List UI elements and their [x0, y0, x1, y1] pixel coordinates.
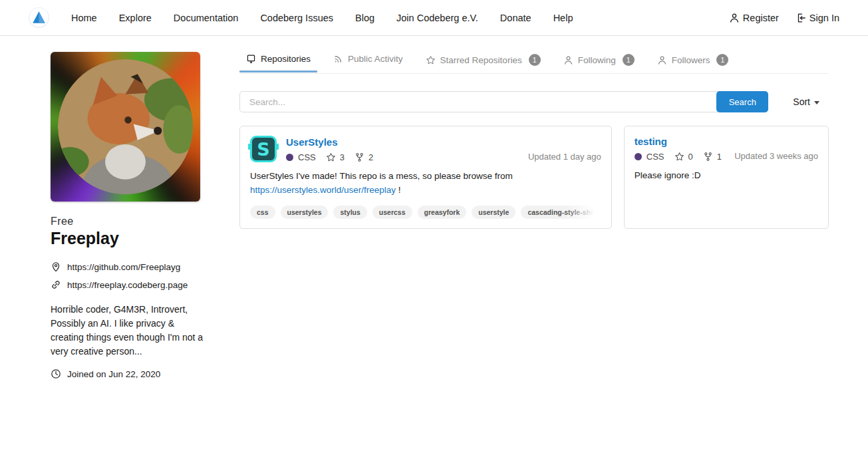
tab-following-label: Following: [578, 55, 616, 65]
profile-joined-text: Joined on Jun 22, 2020: [67, 369, 160, 379]
tab-starred-repositories[interactable]: Starred Repositories 1: [419, 52, 547, 73]
sign-in-icon: [796, 13, 806, 23]
star-icon: [674, 152, 684, 162]
profile-tabs: Repositories Public Activity Starred Rep…: [239, 52, 829, 74]
following-count-badge: 1: [623, 54, 635, 66]
tab-repositories-label: Repositories: [261, 54, 311, 64]
fox-avatar-photo: [58, 59, 193, 194]
register-label: Register: [743, 13, 779, 23]
fork-count-value: 1: [717, 152, 722, 162]
fork-count-value: 2: [368, 152, 373, 162]
profile-website-row: https://freeplay.codeberg.page: [51, 279, 205, 290]
rss-icon: [333, 54, 343, 64]
description-link[interactable]: https://userstyles.world/user/freeplay: [250, 185, 396, 195]
register-link[interactable]: Register: [729, 13, 779, 23]
topic-chip[interactable]: userstyle: [472, 206, 515, 219]
repo-card-list: S UserStyles CSS 3: [239, 126, 829, 229]
tab-public-activity-label: Public Activity: [348, 54, 403, 64]
nav-link-help[interactable]: Help: [553, 13, 573, 23]
tab-followers[interactable]: Followers 1: [651, 52, 736, 73]
star-count-value: 3: [340, 152, 345, 162]
repo-description: Please ignore :D: [635, 169, 818, 183]
sort-dropdown[interactable]: Sort: [793, 96, 819, 107]
location-pin-icon: [51, 261, 61, 272]
repo-name-link[interactable]: testing: [635, 136, 722, 147]
tab-following[interactable]: Following 1: [557, 52, 641, 73]
language-dot: [286, 154, 293, 161]
page-content: Free Freeplay https://github.com/Freepla…: [0, 36, 868, 379]
nav-links: Home Explore Documentation Codeberg Issu…: [71, 13, 573, 23]
nav-auth-area: Register Sign In: [729, 13, 839, 23]
topic-chip[interactable]: userstyles: [281, 206, 329, 219]
language-label: CSS: [298, 152, 316, 162]
description-text-tail: !: [396, 185, 401, 195]
repo-title-stack: UserStyles CSS 3: [286, 136, 373, 162]
starred-count-badge: 1: [529, 54, 541, 66]
search-input[interactable]: [239, 91, 768, 112]
profile-meta-list: https://github.com/Freeplayg https://fre…: [51, 261, 205, 290]
fork-icon: [703, 152, 713, 162]
fork-icon: [355, 152, 364, 162]
star-icon: [426, 55, 436, 65]
repo-topics: css userstyles stylus usercss greasyfork…: [250, 206, 601, 219]
user-avatar[interactable]: [51, 52, 200, 202]
main-panel: Repositories Public Activity Starred Rep…: [239, 52, 829, 229]
language-dot: [635, 153, 642, 160]
profile-full-name: Free: [51, 216, 205, 228]
topic-chip[interactable]: css: [250, 206, 275, 219]
search-button[interactable]: Search: [716, 91, 768, 112]
profile-username: Freeplay: [51, 229, 205, 248]
language-label: CSS: [647, 152, 664, 162]
sort-label: Sort: [793, 96, 810, 107]
chevron-down-icon: [814, 101, 819, 104]
topic-chip[interactable]: greasyfork: [418, 206, 467, 219]
fork-count[interactable]: 2: [355, 152, 373, 162]
person-icon: [729, 13, 740, 23]
tab-public-activity[interactable]: Public Activity: [327, 52, 410, 71]
search-box: Search: [239, 91, 768, 112]
card-head: testing CSS 0: [635, 136, 818, 162]
profile-location-text: https://github.com/Freeplayg: [67, 262, 180, 272]
repo-title-stack: testing CSS 0: [635, 136, 722, 162]
nav-link-join-codeberg[interactable]: Join Codeberg e.V.: [396, 13, 478, 23]
nav-link-explore[interactable]: Explore: [119, 13, 152, 23]
link-icon: [51, 279, 61, 290]
repo-meta-row: CSS 0: [635, 152, 722, 162]
sign-in-link[interactable]: Sign In: [796, 13, 839, 23]
nav-link-blog[interactable]: Blog: [355, 13, 374, 23]
tab-followers-label: Followers: [672, 55, 710, 65]
repo-card-testing: testing CSS 0: [624, 126, 829, 229]
repo-card-userstyles: S UserStyles CSS 3: [239, 126, 612, 229]
card-head-left: S UserStyles CSS 3: [250, 136, 373, 162]
repo-name-link[interactable]: UserStyles: [286, 136, 373, 148]
repo-updated-time: Updated 1 day ago: [528, 152, 601, 162]
nav-link-codeberg-issues[interactable]: Codeberg Issues: [260, 13, 333, 23]
topic-chip[interactable]: stylus: [333, 206, 366, 219]
top-navbar: Home Explore Documentation Codeberg Issu…: [0, 0, 868, 36]
card-head-left: testing CSS 0: [635, 136, 722, 162]
card-head: S UserStyles CSS 3: [250, 136, 601, 162]
star-count[interactable]: 0: [674, 152, 693, 162]
person-icon: [657, 55, 667, 65]
fork-count[interactable]: 1: [703, 152, 722, 162]
nav-link-donate[interactable]: Donate: [500, 13, 531, 23]
person-icon: [563, 55, 573, 65]
profile-bio: Horrible coder, G4M3R, Introvert, Possib…: [51, 303, 205, 359]
codeberg-logo[interactable]: [28, 7, 50, 29]
tab-starred-label: Starred Repositories: [440, 55, 522, 65]
topic-chip[interactable]: cascading-style-she: [521, 206, 601, 219]
profile-website-link[interactable]: https://freeplay.codeberg.page: [67, 280, 188, 290]
repo-search-row: Search Sort: [239, 91, 829, 112]
clock-icon: [51, 369, 61, 379]
followers-count-badge: 1: [716, 54, 728, 66]
nav-link-documentation[interactable]: Documentation: [174, 13, 239, 23]
star-count[interactable]: 3: [326, 152, 345, 162]
tab-repositories[interactable]: Repositories: [239, 52, 317, 71]
topic-chip[interactable]: usercss: [372, 206, 412, 219]
repo-meta-row: CSS 3: [286, 152, 373, 162]
repo-updated-time: Updated 3 weeks ago: [734, 151, 818, 162]
profile-joined-row: Joined on Jun 22, 2020: [51, 369, 205, 379]
profile-sidebar: Free Freeplay https://github.com/Freepla…: [51, 52, 205, 379]
repositories-icon: [246, 54, 256, 64]
nav-link-home[interactable]: Home: [71, 13, 97, 23]
